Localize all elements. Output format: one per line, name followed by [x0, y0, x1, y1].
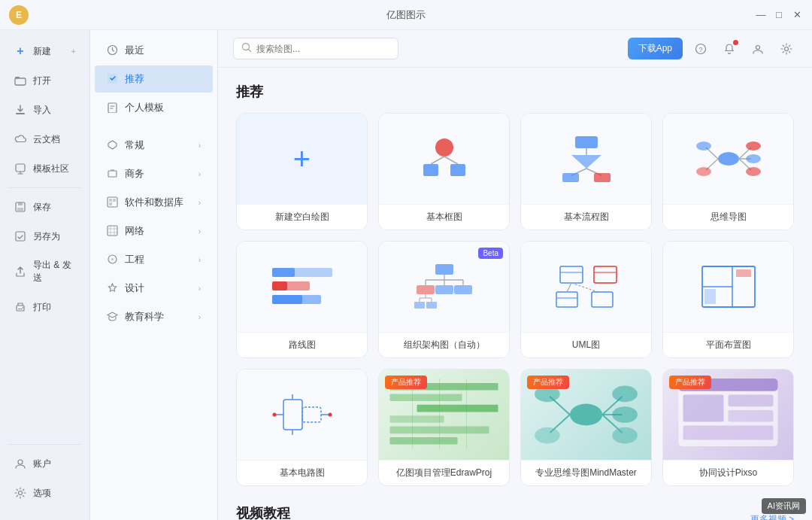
sidebar-item-cloud[interactable]: 云文档 [3, 125, 86, 154]
svg-point-89 [272, 413, 276, 417]
maximize-button[interactable]: □ [773, 9, 785, 21]
svg-rect-84 [736, 269, 751, 277]
mid-item-design[interactable]: 设计 › [95, 275, 213, 302]
sidebar-item-open[interactable]: 打开 [3, 66, 86, 95]
notification-badge [733, 40, 738, 45]
template-route[interactable]: 路线图 [236, 241, 368, 358]
mid-label-network: 网络 [125, 224, 144, 238]
cloud-icon [14, 132, 27, 146]
mid-item-general[interactable]: 常规 › [95, 132, 213, 159]
content-toolbar: 下载App ? [218, 30, 812, 68]
svg-rect-31 [450, 164, 465, 176]
sidebar-item-options[interactable]: 选项 [3, 479, 86, 507]
svg-rect-71 [426, 302, 437, 309]
network-icon [107, 225, 119, 237]
content-scroll[interactable]: 推荐 + 新建空白绘图 [218, 68, 812, 520]
svg-rect-16 [108, 171, 117, 177]
mid-item-network[interactable]: 网络 › [95, 217, 213, 245]
org-auto-preview: Beta [379, 242, 509, 332]
sidebar-label-import: 导入 [33, 104, 51, 117]
svg-rect-87 [302, 407, 321, 422]
pixso-preview: 产品推荐 [663, 369, 793, 460]
svg-rect-64 [435, 285, 453, 294]
svg-rect-54 [272, 268, 295, 277]
template-org-auto[interactable]: Beta 组织架构图（自动） [378, 241, 510, 358]
beta-badge: Beta [478, 248, 503, 259]
template-pixso[interactable]: 产品推荐 协同设计Pixso [662, 369, 794, 486]
sidebar-item-community[interactable]: 模板社区 [3, 154, 86, 183]
svg-point-11 [18, 460, 23, 464]
mid-item-personal[interactable]: 个人模板 [95, 94, 213, 121]
search-icon [241, 42, 252, 55]
mid-label-education: 教育科学 [125, 310, 164, 324]
template-basic-flow[interactable]: 基本流程图 [520, 113, 652, 230]
sidebar-item-save[interactable]: 保存 [3, 193, 86, 221]
sidebar-item-new[interactable]: + 新建 + [3, 37, 86, 65]
main-layout: + 新建 + 打开 导入 [0, 30, 812, 520]
svg-line-32 [431, 157, 444, 164]
mid-item-business[interactable]: 商务 › [95, 160, 213, 187]
engineering-icon [107, 254, 119, 266]
pixso-label: 协同设计Pixso [663, 460, 793, 485]
user-avatar[interactable]: E [9, 5, 29, 25]
template-basic-frame[interactable]: 基本框图 [378, 113, 510, 230]
recent-icon [107, 44, 119, 56]
template-floorplan[interactable]: 平面布置图 [662, 241, 794, 358]
mid-label-general: 常规 [125, 138, 144, 152]
svg-rect-97 [390, 415, 444, 423]
template-mindmap[interactable]: 思维导图 [662, 113, 794, 230]
close-button[interactable]: ✕ [791, 9, 803, 21]
recommend-icon [107, 73, 119, 85]
open-icon [14, 74, 27, 87]
sidebar-item-saveas[interactable]: 另存为 [3, 222, 86, 251]
template-mindmaster[interactable]: 产品推荐 专业思维导图MindMaster [520, 369, 652, 486]
template-uml[interactable]: UML图 [520, 241, 652, 358]
mid-item-recommend[interactable]: 推荐 [95, 65, 213, 93]
svg-rect-39 [562, 173, 579, 182]
svg-point-105 [612, 386, 638, 403]
help-button[interactable]: ? [690, 38, 711, 59]
template-edrawproj[interactable]: 产品推荐 亿图项目管理EdrawProj [378, 369, 510, 486]
sidebar-label-cloud: 云文档 [33, 133, 60, 146]
svg-point-42 [746, 141, 761, 151]
mid-item-software[interactable]: 软件和数据库 › [95, 189, 213, 216]
template-new-blank[interactable]: + 新建空白绘图 [236, 113, 368, 230]
pixso-product-badge: 产品推荐 [669, 376, 711, 389]
svg-point-107 [612, 406, 638, 423]
share-button[interactable] [747, 38, 768, 59]
sidebar-item-export[interactable]: 导出 & 发送 [3, 251, 86, 292]
mid-item-education[interactable]: 教育科学 › [95, 303, 213, 330]
sidebar-item-print[interactable]: 打印 [3, 293, 86, 321]
search-box[interactable] [233, 38, 398, 59]
download-button[interactable]: 下载App [628, 38, 683, 59]
mid-item-engineering[interactable]: 工程 › [95, 246, 213, 273]
notification-button[interactable] [719, 38, 740, 59]
svg-rect-22 [108, 226, 117, 236]
sidebar-item-account[interactable]: 账户 [3, 449, 86, 478]
edrawproj-label: 亿图项目管理EdrawProj [379, 460, 509, 485]
edrawproj-preview: 产品推荐 [379, 369, 509, 460]
divider-1 [8, 187, 82, 188]
settings-button[interactable] [776, 38, 797, 59]
mindmap-label: 思维导图 [663, 204, 793, 230]
sidebar-left: + 新建 + 打开 导入 [0, 30, 90, 520]
svg-rect-119 [683, 425, 774, 439]
general-icon [107, 139, 119, 151]
svg-point-48 [696, 141, 711, 151]
svg-rect-86 [283, 400, 302, 430]
community-icon [14, 162, 27, 175]
template-circuit[interactable]: 基本电路图 [236, 369, 368, 486]
sidebar-item-import[interactable]: 导入 [3, 96, 86, 124]
minimize-button[interactable]: — [755, 9, 767, 21]
svg-rect-21 [109, 202, 112, 205]
svg-rect-7 [16, 232, 25, 241]
sidebar-label-options: 选项 [33, 487, 51, 500]
sidebar-label-print: 打印 [33, 301, 51, 314]
svg-point-103 [570, 404, 602, 426]
video-section-header: 视频教程 更多视频 > [236, 504, 794, 520]
saveas-icon [14, 230, 27, 243]
save-icon [14, 200, 27, 214]
mid-item-recent[interactable]: 最近 [95, 37, 213, 64]
circuit-label: 基本电路图 [237, 460, 367, 485]
search-input[interactable] [256, 44, 390, 54]
